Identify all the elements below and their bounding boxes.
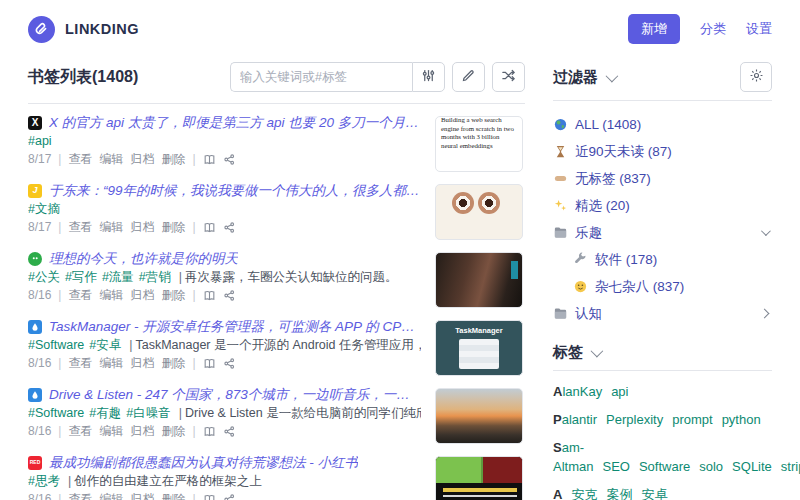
bookmark-action-archive[interactable]: 归档 bbox=[130, 424, 154, 438]
bookmark-thumbnail[interactable] bbox=[435, 388, 523, 444]
share-icon[interactable] bbox=[223, 357, 236, 370]
bookmark-tag[interactable]: #Software bbox=[28, 406, 84, 420]
bookmark-action-delete[interactable]: 删除 bbox=[161, 492, 185, 500]
tag-link[interactable]: AlanKay bbox=[553, 384, 602, 399]
bookmark-tag[interactable]: #安卓 bbox=[89, 338, 121, 352]
filter-settings-button[interactable] bbox=[740, 62, 772, 92]
reader-view-icon[interactable] bbox=[203, 289, 216, 302]
bookmark-action-view[interactable]: 查看 bbox=[68, 492, 92, 500]
bookmark-title-link[interactable]: 理想的今天，也许就是你的明天 bbox=[49, 249, 238, 268]
bookmark-action-view[interactable]: 查看 bbox=[68, 288, 92, 302]
bookmark-action-delete[interactable]: 删除 bbox=[161, 288, 185, 302]
random-order-button[interactable] bbox=[492, 62, 525, 92]
bookmark-thumbnail[interactable]: Building a web search engine from scratc… bbox=[435, 116, 523, 172]
bookmark-action-view[interactable]: 查看 bbox=[68, 220, 92, 234]
bookmark-action-archive[interactable]: 归档 bbox=[130, 220, 154, 234]
categories-link[interactable]: 分类 bbox=[700, 20, 726, 38]
bookmark-title-link[interactable]: X 的官方 api 太贵了，即便是第三方 api 也要 20 多刀一个月 而 t… bbox=[49, 113, 421, 132]
bookmark-title-link[interactable]: TaskManager - 开源安卓任务管理器，可监测各 APP 的 CPU、内… bbox=[49, 317, 421, 336]
tag-link[interactable]: Perplexity bbox=[606, 412, 663, 427]
bookmark-action-edit[interactable]: 编辑 bbox=[99, 356, 123, 370]
bookmark-action-delete[interactable]: 删除 bbox=[161, 152, 185, 166]
add-bookmark-button[interactable]: 新增 bbox=[628, 14, 680, 44]
filter-item-smiley[interactable]: 杂七杂八 (837) bbox=[553, 273, 772, 300]
bulk-edit-button[interactable] bbox=[452, 62, 485, 92]
filter-item-folder[interactable]: 乐趣 bbox=[553, 219, 772, 246]
bookmark-thumbnail[interactable]: TaskManager bbox=[435, 320, 523, 376]
bookmark-action-archive[interactable]: 归档 bbox=[130, 152, 154, 166]
reader-view-icon[interactable] bbox=[203, 153, 216, 166]
tag-link[interactable]: 安卓 bbox=[642, 487, 668, 500]
bookmark-thumbnail[interactable] bbox=[435, 456, 523, 500]
bookmark-tag[interactable]: #公关 bbox=[28, 270, 60, 284]
bookmark-item: 理想的今天，也许就是你的明天 #公关#写作#流量#营销|再次暴露，车圈公关认知缺… bbox=[28, 249, 525, 310]
reader-view-icon[interactable] bbox=[203, 221, 216, 234]
chevron-right-icon[interactable] bbox=[760, 309, 770, 319]
filter-item-globe[interactable]: ALL (1408) bbox=[553, 111, 772, 138]
tag-link[interactable]: stripe bbox=[781, 459, 800, 474]
share-icon[interactable] bbox=[223, 221, 236, 234]
bookmark-tag[interactable]: #Software bbox=[28, 338, 84, 352]
tag-link[interactable]: api bbox=[611, 384, 628, 399]
bookmark-action-edit[interactable]: 编辑 bbox=[99, 424, 123, 438]
share-icon[interactable] bbox=[223, 425, 236, 438]
bookmark-tag[interactable]: #写作 bbox=[65, 270, 97, 284]
filter-item-hourglass[interactable]: 近90天未读 (87) bbox=[553, 138, 772, 165]
share-icon[interactable] bbox=[223, 289, 236, 302]
hourglass-icon bbox=[553, 144, 568, 159]
bookmark-thumbnail[interactable] bbox=[435, 252, 523, 308]
bookmark-thumbnail[interactable] bbox=[435, 184, 523, 240]
bookmark-tag[interactable]: #api bbox=[28, 134, 52, 148]
search-options-button[interactable] bbox=[412, 62, 445, 92]
tag-link[interactable]: Palantir bbox=[553, 412, 597, 427]
bookmark-action-archive[interactable]: 归档 bbox=[130, 288, 154, 302]
share-icon[interactable] bbox=[223, 493, 236, 500]
reader-view-icon[interactable] bbox=[203, 493, 216, 500]
tag-link[interactable]: Software bbox=[639, 459, 690, 474]
filter-item-wrench[interactable]: 软件 (178) bbox=[553, 246, 772, 273]
bookmark-action-edit[interactable]: 编辑 bbox=[99, 492, 123, 500]
bookmark-tag[interactable]: #思考 bbox=[28, 474, 60, 488]
filter-item-sparkles[interactable]: 精选 (20) bbox=[553, 192, 772, 219]
tag-link[interactable]: prompt bbox=[672, 412, 712, 427]
bookmark-tag[interactable]: #白噪音 bbox=[126, 406, 170, 420]
chevron-down-icon[interactable] bbox=[761, 226, 771, 236]
filter-item-folder[interactable]: 认知 bbox=[553, 300, 772, 327]
bookmark-action-archive[interactable]: 归档 bbox=[130, 356, 154, 370]
bookmark-title-link[interactable]: Drive & Listen - 247 个国家，873个城市，一边听音乐，一边… bbox=[49, 385, 421, 404]
bookmark-tag[interactable]: #文摘 bbox=[28, 202, 60, 216]
bookmark-tag[interactable]: #有趣 bbox=[89, 406, 121, 420]
bookmark-title-link[interactable]: 于东来：“99年的时候，我说我要做一个伟大的人，很多人都说我 bbox=[49, 181, 421, 200]
bookmark-action-edit[interactable]: 编辑 bbox=[99, 152, 123, 166]
tag-link[interactable]: Sam-Altman bbox=[553, 440, 593, 474]
bookmark-item: RED 最成功编剧都很愚蠢因为认真对待荒谬想法 - 小红书 #思考|创作的自由建… bbox=[28, 453, 525, 500]
bookmark-action-view[interactable]: 查看 bbox=[68, 152, 92, 166]
tag-link[interactable]: 案例 bbox=[607, 487, 633, 500]
chevron-down-icon[interactable] bbox=[591, 345, 604, 358]
settings-link[interactable]: 设置 bbox=[746, 20, 772, 38]
bookmark-action-view[interactable]: 查看 bbox=[68, 424, 92, 438]
reader-view-icon[interactable] bbox=[203, 357, 216, 370]
bookmark-action-delete[interactable]: 删除 bbox=[161, 220, 185, 234]
bookmark-actions: 查看编辑归档删除 bbox=[68, 286, 185, 304]
bookmark-tag[interactable]: #流量 bbox=[102, 270, 134, 284]
tag-link[interactable]: solo bbox=[699, 459, 723, 474]
bookmark-action-edit[interactable]: 编辑 bbox=[99, 220, 123, 234]
reader-view-icon[interactable] bbox=[203, 425, 216, 438]
bookmark-action-delete[interactable]: 删除 bbox=[161, 424, 185, 438]
tag-link[interactable]: 安克 bbox=[572, 487, 598, 500]
search-input[interactable] bbox=[230, 62, 412, 92]
bookmark-title-link[interactable]: 最成功编剧都很愚蠢因为认真对待荒谬想法 - 小红书 bbox=[49, 453, 358, 472]
bookmark-action-delete[interactable]: 删除 bbox=[161, 356, 185, 370]
share-icon[interactable] bbox=[223, 153, 236, 166]
brand[interactable]: LINKDING bbox=[28, 16, 139, 43]
bookmark-action-archive[interactable]: 归档 bbox=[130, 492, 154, 500]
bookmark-tag[interactable]: #营销 bbox=[139, 270, 171, 284]
filter-item-tag[interactable]: 无标签 (837) bbox=[553, 165, 772, 192]
bookmark-action-view[interactable]: 查看 bbox=[68, 356, 92, 370]
tag-link[interactable]: SQLite bbox=[732, 459, 772, 474]
tag-link[interactable]: python bbox=[722, 412, 761, 427]
chevron-down-icon[interactable] bbox=[606, 69, 619, 82]
bookmark-action-edit[interactable]: 编辑 bbox=[99, 288, 123, 302]
tag-link[interactable]: SEO bbox=[602, 459, 629, 474]
